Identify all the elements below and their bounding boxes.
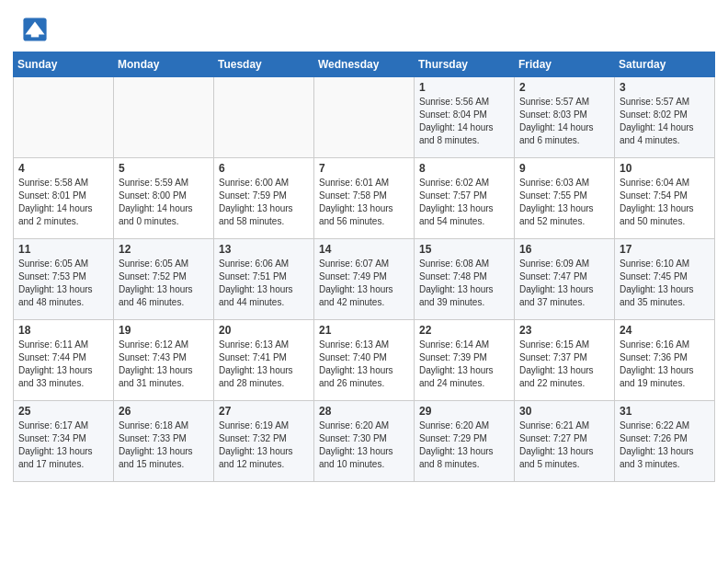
day-number: 24 (620, 324, 710, 337)
day-info: Sunrise: 6:19 AMSunset: 7:32 PMDaylight:… (219, 419, 309, 471)
calendar-cell: 1Sunrise: 5:56 AMSunset: 8:04 PMDaylight… (415, 77, 515, 158)
calendar-cell: 30Sunrise: 6:21 AMSunset: 7:27 PMDayligh… (515, 401, 615, 482)
day-number: 3 (620, 81, 710, 94)
calendar-cell (14, 77, 114, 158)
day-number: 18 (18, 324, 108, 337)
day-number: 31 (620, 405, 710, 418)
day-number: 5 (119, 162, 209, 175)
calendar-cell: 12Sunrise: 6:05 AMSunset: 7:52 PMDayligh… (114, 239, 214, 320)
header-day: Wednesday (314, 52, 415, 77)
calendar-week: 25Sunrise: 6:17 AMSunset: 7:34 PMDayligh… (14, 401, 715, 482)
day-number: 14 (319, 243, 409, 256)
day-number: 9 (519, 162, 609, 175)
calendar-cell: 27Sunrise: 6:19 AMSunset: 7:32 PMDayligh… (214, 401, 314, 482)
calendar-header: SundayMondayTuesdayWednesdayThursdayFrid… (14, 52, 715, 77)
header-day: Monday (114, 52, 214, 77)
day-number: 30 (519, 405, 609, 418)
day-number: 26 (119, 405, 209, 418)
calendar-cell: 11Sunrise: 6:05 AMSunset: 7:53 PMDayligh… (14, 239, 114, 320)
day-info: Sunrise: 6:06 AMSunset: 7:51 PMDaylight:… (219, 258, 309, 309)
day-number: 15 (419, 243, 509, 256)
header-row: SundayMondayTuesdayWednesdayThursdayFrid… (14, 52, 715, 77)
calendar-cell: 16Sunrise: 6:09 AMSunset: 7:47 PMDayligh… (515, 239, 615, 320)
calendar-week: 18Sunrise: 6:11 AMSunset: 7:44 PMDayligh… (14, 320, 715, 401)
day-info: Sunrise: 6:13 AMSunset: 7:41 PMDaylight:… (219, 339, 309, 390)
header-day: Friday (515, 52, 615, 77)
day-info: Sunrise: 6:12 AMSunset: 7:43 PMDaylight:… (119, 339, 209, 390)
day-number: 21 (319, 324, 409, 337)
day-info: Sunrise: 5:57 AMSunset: 8:03 PMDaylight:… (519, 96, 609, 147)
day-number: 12 (119, 243, 209, 256)
day-info: Sunrise: 6:18 AMSunset: 7:33 PMDaylight:… (119, 419, 209, 471)
calendar-cell: 19Sunrise: 6:12 AMSunset: 7:43 PMDayligh… (114, 320, 214, 401)
day-info: Sunrise: 6:07 AMSunset: 7:49 PMDaylight:… (319, 258, 409, 309)
calendar-cell: 6Sunrise: 6:00 AMSunset: 7:59 PMDaylight… (214, 158, 314, 239)
day-number: 22 (419, 324, 509, 337)
day-info: Sunrise: 5:58 AMSunset: 8:01 PMDaylight:… (18, 177, 108, 228)
calendar-cell: 29Sunrise: 6:20 AMSunset: 7:29 PMDayligh… (415, 401, 515, 482)
header-day: Sunday (14, 52, 114, 77)
calendar-cell: 26Sunrise: 6:18 AMSunset: 7:33 PMDayligh… (114, 401, 214, 482)
day-info: Sunrise: 6:08 AMSunset: 7:48 PMDaylight:… (419, 258, 509, 309)
calendar-cell: 5Sunrise: 5:59 AMSunset: 8:00 PMDaylight… (114, 158, 214, 239)
calendar-cell: 8Sunrise: 6:02 AMSunset: 7:57 PMDaylight… (415, 158, 515, 239)
day-info: Sunrise: 6:13 AMSunset: 7:40 PMDaylight:… (319, 339, 409, 390)
page-header (0, 0, 728, 52)
calendar-cell: 21Sunrise: 6:13 AMSunset: 7:40 PMDayligh… (314, 320, 415, 401)
day-info: Sunrise: 5:56 AMSunset: 8:04 PMDaylight:… (419, 96, 509, 147)
day-info: Sunrise: 6:10 AMSunset: 7:45 PMDaylight:… (620, 258, 710, 309)
day-number: 19 (119, 324, 209, 337)
calendar-cell: 15Sunrise: 6:08 AMSunset: 7:48 PMDayligh… (415, 239, 515, 320)
calendar-cell: 23Sunrise: 6:15 AMSunset: 7:37 PMDayligh… (515, 320, 615, 401)
day-info: Sunrise: 6:20 AMSunset: 7:30 PMDaylight:… (319, 419, 409, 471)
calendar-body: 1Sunrise: 5:56 AMSunset: 8:04 PMDaylight… (14, 77, 715, 482)
day-info: Sunrise: 6:04 AMSunset: 7:54 PMDaylight:… (620, 177, 710, 228)
calendar-cell: 17Sunrise: 6:10 AMSunset: 7:45 PMDayligh… (615, 239, 715, 320)
calendar-cell: 18Sunrise: 6:11 AMSunset: 7:44 PMDayligh… (14, 320, 114, 401)
calendar-cell (114, 77, 214, 158)
day-number: 1 (419, 81, 509, 94)
day-number: 25 (18, 405, 108, 418)
day-number: 10 (620, 162, 710, 175)
day-number: 11 (18, 243, 108, 256)
day-number: 6 (219, 162, 309, 175)
calendar-cell (314, 77, 415, 158)
day-info: Sunrise: 5:59 AMSunset: 8:00 PMDaylight:… (119, 177, 209, 228)
calendar-cell: 20Sunrise: 6:13 AMSunset: 7:41 PMDayligh… (214, 320, 314, 401)
calendar-cell: 14Sunrise: 6:07 AMSunset: 7:49 PMDayligh… (314, 239, 415, 320)
day-number: 20 (219, 324, 309, 337)
day-info: Sunrise: 6:20 AMSunset: 7:29 PMDaylight:… (419, 419, 509, 471)
calendar-cell: 4Sunrise: 5:58 AMSunset: 8:01 PMDaylight… (14, 158, 114, 239)
day-number: 29 (419, 405, 509, 418)
day-number: 13 (219, 243, 309, 256)
calendar-cell: 2Sunrise: 5:57 AMSunset: 8:03 PMDaylight… (515, 77, 615, 158)
day-number: 2 (519, 81, 609, 94)
day-number: 23 (519, 324, 609, 337)
day-info: Sunrise: 6:09 AMSunset: 7:47 PMDaylight:… (519, 258, 609, 309)
day-info: Sunrise: 6:17 AMSunset: 7:34 PMDaylight:… (18, 419, 108, 471)
day-info: Sunrise: 6:21 AMSunset: 7:27 PMDaylight:… (519, 419, 609, 471)
day-info: Sunrise: 5:57 AMSunset: 8:02 PMDaylight:… (620, 96, 710, 147)
header-day: Saturday (615, 52, 715, 77)
day-info: Sunrise: 6:01 AMSunset: 7:58 PMDaylight:… (319, 177, 409, 228)
day-number: 7 (319, 162, 409, 175)
calendar-week: 1Sunrise: 5:56 AMSunset: 8:04 PMDaylight… (14, 77, 715, 158)
day-number: 16 (519, 243, 609, 256)
header-day: Tuesday (214, 52, 314, 77)
day-info: Sunrise: 6:00 AMSunset: 7:59 PMDaylight:… (219, 177, 309, 228)
calendar-cell: 24Sunrise: 6:16 AMSunset: 7:36 PMDayligh… (615, 320, 715, 401)
day-info: Sunrise: 6:03 AMSunset: 7:55 PMDaylight:… (519, 177, 609, 228)
calendar-cell: 28Sunrise: 6:20 AMSunset: 7:30 PMDayligh… (314, 401, 415, 482)
day-info: Sunrise: 6:05 AMSunset: 7:52 PMDaylight:… (119, 258, 209, 309)
day-number: 4 (18, 162, 108, 175)
calendar-cell (214, 77, 314, 158)
day-info: Sunrise: 6:16 AMSunset: 7:36 PMDaylight:… (620, 339, 710, 390)
day-info: Sunrise: 6:11 AMSunset: 7:44 PMDaylight:… (18, 339, 108, 390)
day-number: 17 (620, 243, 710, 256)
day-info: Sunrise: 6:22 AMSunset: 7:26 PMDaylight:… (620, 419, 710, 471)
calendar-cell: 7Sunrise: 6:01 AMSunset: 7:58 PMDaylight… (314, 158, 415, 239)
logo (22, 17, 51, 42)
day-number: 27 (219, 405, 309, 418)
calendar-cell: 13Sunrise: 6:06 AMSunset: 7:51 PMDayligh… (214, 239, 314, 320)
day-info: Sunrise: 6:05 AMSunset: 7:53 PMDaylight:… (18, 258, 108, 309)
